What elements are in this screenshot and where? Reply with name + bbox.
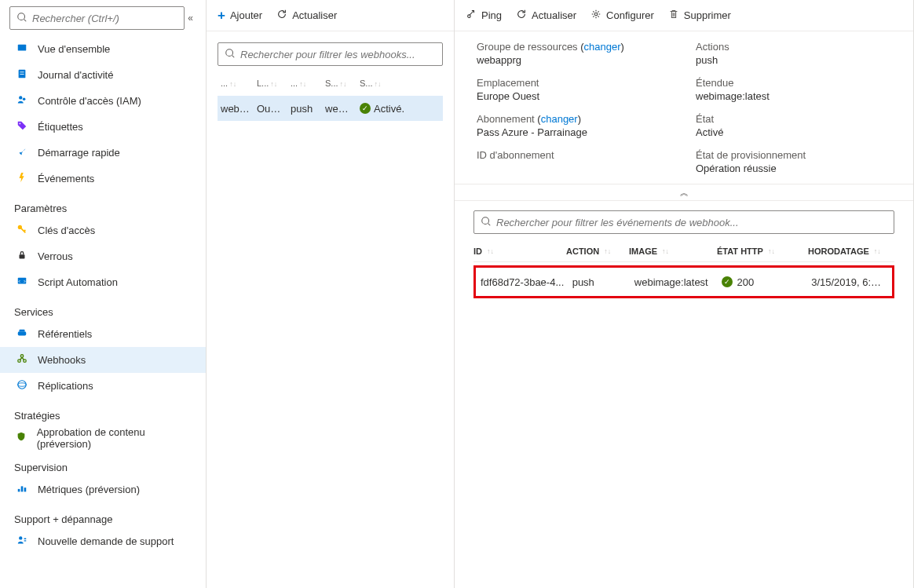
refresh-icon — [276, 9, 287, 22]
property-value: push — [696, 54, 891, 66]
sidebar-item-label: Approbation de contenu (préversion) — [37, 426, 192, 450]
iam-icon — [14, 94, 30, 108]
change-link[interactable]: changer — [541, 113, 578, 125]
nav-group-heading: Supervision — [0, 451, 206, 477]
search-icon — [225, 48, 236, 61]
overview-icon — [14, 42, 30, 56]
property: Groupe de ressources (changer)webapprg — [477, 41, 672, 66]
collapse-properties[interactable]: ︽ — [455, 184, 913, 201]
tags-icon — [14, 120, 30, 133]
svg-rect-20 — [21, 486, 24, 491]
check-icon: ✓ — [360, 103, 371, 114]
property: ID d'abonnement — [477, 149, 672, 174]
event-action: push — [572, 276, 634, 288]
sidebar-item-label: Contrôle d'accès (IAM) — [38, 95, 141, 107]
webhook-table-header: ...↑↓ L...↑↓ ...↑↓ S...↑↓ S...↑↓ — [218, 77, 443, 89]
nav-group-heading: Paramètres — [0, 192, 206, 217]
refresh-label: Actualiser — [292, 9, 337, 21]
sidebar-item-trust[interactable]: Approbation de contenu (préversion) — [0, 425, 206, 451]
property-value: Opération réussie — [696, 163, 891, 174]
property-value[interactable]: webapprg — [477, 54, 672, 66]
sidebar-item-label: Verrous — [38, 250, 73, 262]
activity-icon — [14, 68, 30, 82]
sidebar-item-webhooks[interactable]: Webhooks — [0, 347, 206, 373]
sidebar-item-keys[interactable]: Clés d'accès — [0, 217, 206, 243]
svg-point-26 — [594, 13, 598, 16]
svg-point-27 — [482, 217, 489, 224]
sidebar-item-activity[interactable]: Journal d'activité — [0, 62, 206, 88]
add-button[interactable]: + Ajouter — [218, 8, 262, 24]
svg-rect-19 — [18, 489, 20, 492]
locks-icon — [14, 250, 30, 263]
webhook-row[interactable]: weba... Ouest... push webi... ✓ Activé..… — [218, 96, 443, 121]
svg-rect-10 — [20, 254, 25, 258]
change-link[interactable]: changer — [584, 41, 621, 53]
event-timestamp: 3/15/2019, 6:26 P... — [811, 276, 892, 288]
webhook-image: webi... — [322, 101, 356, 116]
chevron-up-icon: ︽ — [680, 187, 689, 199]
ping-button[interactable]: Ping — [466, 9, 502, 22]
event-image: webimage:latest — [634, 276, 722, 288]
property-key: Emplacement — [477, 77, 672, 89]
configure-button[interactable]: Configurer — [590, 9, 654, 22]
property: Étenduewebimage:latest — [696, 77, 891, 102]
events-filter-search[interactable] — [473, 210, 894, 234]
sidebar-item-support[interactable]: Nouvelle demande de support — [0, 528, 206, 554]
webhooks-icon — [14, 353, 30, 367]
events-icon — [14, 172, 30, 185]
events-filter-input[interactable] — [496, 217, 887, 228]
svg-rect-21 — [24, 488, 27, 491]
property-key: Actions — [696, 41, 891, 53]
nav-search[interactable] — [9, 6, 185, 30]
svg-point-25 — [468, 15, 471, 18]
sidebar-item-script[interactable]: Script Automation — [0, 269, 206, 295]
sidebar-item-label: Script Automation — [38, 276, 118, 288]
webhook-filter-search[interactable] — [218, 42, 443, 66]
sidebar-item-tags[interactable]: Étiquettes — [0, 114, 206, 140]
nav-search-input[interactable] — [32, 13, 177, 24]
webhook-filter-input[interactable] — [240, 49, 436, 60]
sidebar-item-events[interactable]: Événements — [0, 166, 206, 192]
add-label: Ajouter — [230, 9, 262, 21]
svg-point-23 — [226, 49, 233, 56]
svg-rect-13 — [20, 330, 25, 332]
nav-group-heading: Services — [0, 295, 206, 321]
event-row[interactable]: fdf68d72-3bae-4... push webimage:latest … — [476, 268, 892, 296]
sidebar-item-label: Étiquettes — [38, 121, 83, 133]
sidebar-item-overview[interactable]: Vue d'ensemble — [0, 36, 206, 62]
property-key: Abonnement (changer) — [477, 113, 672, 125]
svg-line-1 — [24, 19, 27, 21]
webhook-action: push — [287, 101, 322, 116]
sidebar-item-locks[interactable]: Verrous — [0, 243, 206, 269]
sidebar-item-iam[interactable]: Contrôle d'accès (IAM) — [0, 88, 206, 114]
replications-icon — [14, 379, 30, 393]
ping-icon — [466, 9, 477, 22]
refresh-detail-button[interactable]: Actualiser — [516, 9, 576, 22]
property-value[interactable]: Pass Azure - Parrainage — [477, 126, 672, 138]
svg-point-7 — [23, 97, 26, 100]
svg-rect-5 — [20, 74, 24, 75]
svg-point-22 — [19, 536, 22, 539]
sidebar-item-quickstart[interactable]: Démarrage rapide — [0, 140, 206, 166]
check-icon: ✓ — [722, 276, 733, 287]
property-grid: Groupe de ressources (changer)webapprgAc… — [455, 31, 913, 184]
delete-button[interactable]: Supprimer — [668, 9, 731, 22]
property-value: Europe Ouest — [477, 90, 672, 102]
refresh-list-button[interactable]: Actualiser — [276, 9, 337, 22]
nav-group-heading: Support + dépannage — [0, 502, 206, 528]
collapse-nav-icon[interactable]: « — [185, 9, 196, 27]
keys-icon — [14, 224, 30, 237]
svg-point-17 — [18, 381, 27, 389]
events-highlight-box: fdf68d72-3bae-4... push webimage:latest … — [473, 265, 894, 298]
property-key: Groupe de ressources (changer) — [477, 41, 672, 53]
property: État de provisionnementOpération réussie — [696, 149, 891, 174]
script-icon — [14, 276, 30, 289]
sidebar-item-repos[interactable]: Référentiels — [0, 321, 206, 347]
search-icon — [481, 216, 492, 229]
sidebar-item-metrics[interactable]: Métriques (préversion) — [0, 477, 206, 502]
property-value: Activé — [696, 126, 891, 138]
property-key: ID d'abonnement — [477, 149, 672, 161]
sidebar-item-label: Événements — [38, 173, 94, 184]
sidebar-item-replications[interactable]: Réplications — [0, 373, 206, 399]
svg-line-24 — [232, 55, 235, 57]
